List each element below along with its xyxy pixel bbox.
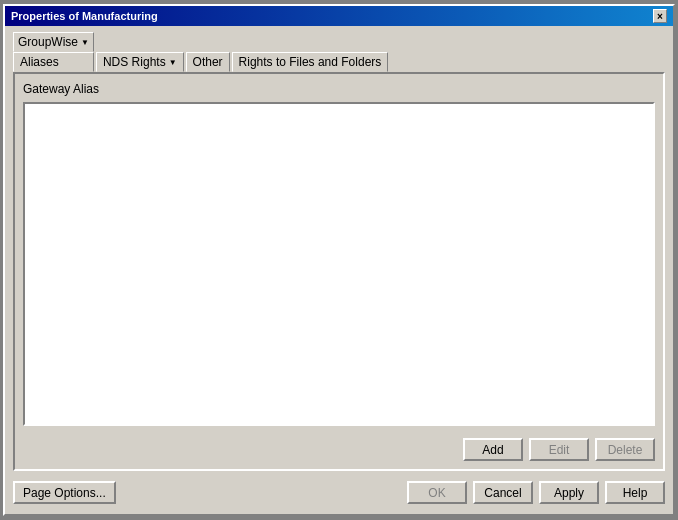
bottom-bar: Page Options... OK Cancel Apply Help	[13, 477, 665, 508]
rights-label: Rights to Files and Folders	[239, 55, 382, 69]
add-button[interactable]: Add	[463, 438, 523, 461]
ok-button[interactable]: OK	[407, 481, 467, 504]
groupwise-label: GroupWise	[18, 35, 78, 49]
aliases-label: Aliases	[20, 55, 59, 69]
title-bar: Properties of Manufacturing ×	[5, 6, 673, 26]
nds-arrow-icon[interactable]: ▼	[169, 58, 177, 67]
action-buttons: Add Edit Delete	[23, 438, 655, 461]
help-button[interactable]: Help	[605, 481, 665, 504]
other-label: Other	[193, 55, 223, 69]
nds-rights-tab[interactable]: NDS Rights ▼	[96, 52, 184, 72]
apply-button[interactable]: Apply	[539, 481, 599, 504]
gateway-alias-list[interactable]	[23, 102, 655, 426]
tabs-row: GroupWise ▼ Aliases NDS Rights ▼ Other R…	[13, 32, 665, 72]
groupwise-arrow-icon[interactable]: ▼	[81, 38, 89, 47]
panel-body: Gateway Alias Add Edit Delete	[13, 72, 665, 471]
main-window: Properties of Manufacturing × GroupWise …	[3, 4, 675, 516]
window-title: Properties of Manufacturing	[11, 10, 158, 22]
nds-label: NDS Rights	[103, 55, 166, 69]
content-area: GroupWise ▼ Aliases NDS Rights ▼ Other R…	[5, 26, 673, 514]
page-options-button[interactable]: Page Options...	[13, 481, 116, 504]
groupwise-tab[interactable]: GroupWise ▼	[13, 32, 94, 52]
groupwise-tab-group: GroupWise ▼ Aliases	[13, 32, 94, 72]
edit-button[interactable]: Edit	[529, 438, 589, 461]
close-button[interactable]: ×	[653, 9, 667, 23]
rights-files-folders-tab[interactable]: Rights to Files and Folders	[232, 52, 389, 72]
delete-button[interactable]: Delete	[595, 438, 655, 461]
aliases-subtab[interactable]: Aliases	[13, 52, 94, 72]
panel-heading: Gateway Alias	[23, 82, 655, 96]
bottom-right-buttons: OK Cancel Apply Help	[407, 481, 665, 504]
other-tab[interactable]: Other	[186, 52, 230, 72]
cancel-button[interactable]: Cancel	[473, 481, 533, 504]
